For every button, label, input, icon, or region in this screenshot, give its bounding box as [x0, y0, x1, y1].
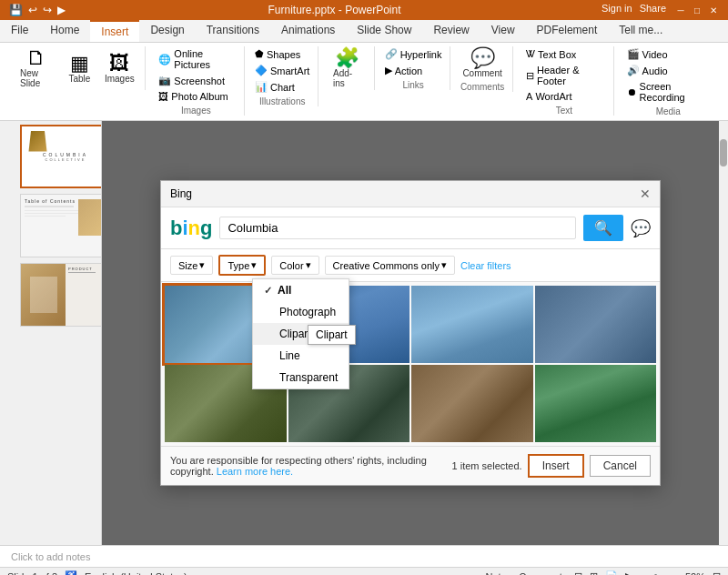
images-button[interactable]: 🖼 Images: [101, 52, 137, 86]
size-filter-button[interactable]: Size ▾: [170, 256, 213, 275]
video-icon: 🎬: [627, 48, 640, 60]
view-presenter-icon[interactable]: ▶: [625, 570, 632, 575]
textbox-button[interactable]: Ꮤ Text Box: [522, 46, 606, 62]
action-icon: ▶: [385, 65, 392, 76]
size-chevron-icon: ▾: [199, 259, 205, 271]
smartart-icon: 🔷: [255, 65, 268, 76]
tab-insert[interactable]: Insert: [90, 20, 139, 42]
chat-icon[interactable]: 💬: [631, 218, 651, 238]
slide-thumb-3[interactable]: PRODUCT: [20, 263, 102, 327]
window-controls: Sign in Share ─ □ ✕: [602, 3, 721, 17]
ribbon-group-text: Ꮤ Text Box ⊟ Header & Footer A WordArt T…: [515, 46, 614, 116]
view-slide-sorter-icon[interactable]: ⊞: [590, 570, 598, 575]
dropdown-item-line[interactable]: Line: [253, 345, 349, 367]
dialog-close-button[interactable]: ✕: [640, 187, 651, 201]
share-btn[interactable]: Share: [640, 3, 666, 17]
tab-view[interactable]: View: [480, 20, 526, 42]
notes-button[interactable]: Notes: [485, 571, 511, 576]
image-cell-4[interactable]: [535, 286, 657, 363]
online-pictures-button[interactable]: 🌐 Online Pictures: [155, 46, 237, 72]
tab-review[interactable]: Review: [422, 20, 480, 42]
present-button[interactable]: ▶: [56, 2, 67, 18]
comment-button[interactable]: 💬 Comment: [457, 46, 507, 80]
tab-transitions[interactable]: Transitions: [196, 20, 270, 42]
clipart-tooltip: Clipart: [308, 325, 356, 345]
hyperlink-icon: 🔗: [385, 48, 398, 60]
image-cell-7[interactable]: [411, 365, 533, 442]
tab-pdfelement[interactable]: PDFelement: [526, 20, 609, 42]
signin-link[interactable]: Sign in: [602, 3, 632, 17]
ribbon-group-illustrations: ⬟ Shapes 🔷 SmartArt 📊 Chart Illustration…: [247, 46, 318, 106]
dropdown-item-transparent[interactable]: Transparent: [253, 367, 349, 388]
comments-button[interactable]: Comments: [519, 571, 567, 576]
learn-more-link[interactable]: Learn more here.: [217, 466, 293, 477]
dropdown-transparent-label: Transparent: [279, 371, 338, 384]
creative-commons-filter-button[interactable]: Creative Commons only ▾: [325, 256, 455, 275]
search-input[interactable]: [228, 221, 568, 235]
color-filter-label: Color: [279, 260, 303, 271]
tab-animations[interactable]: Animations: [270, 20, 346, 42]
zoom-level: 52%: [685, 571, 705, 576]
view-normal-icon[interactable]: ⊡: [574, 570, 582, 575]
redo-button[interactable]: ↪: [41, 2, 54, 18]
cc-chevron-icon: ▾: [441, 259, 447, 271]
maximize-button[interactable]: □: [690, 3, 704, 17]
tab-slideshow[interactable]: Slide Show: [346, 20, 422, 42]
image-cell-3[interactable]: [411, 286, 533, 363]
search-button[interactable]: 🔍: [583, 215, 623, 241]
quick-access-toolbar: 💾 ↩ ↪ ▶: [7, 2, 67, 18]
save-button[interactable]: 💾: [7, 2, 25, 18]
new-slide-icon: 🗋: [26, 48, 46, 68]
screen-recording-button[interactable]: ⏺ Screen Recording: [623, 79, 713, 105]
audio-button[interactable]: 🔊 Audio: [623, 63, 713, 78]
addins-button[interactable]: 🧩 Add-ins: [328, 46, 367, 90]
title-bar: 💾 ↩ ↪ ▶ Furniture.pptx - PowerPoint Sign…: [0, 0, 728, 20]
video-button[interactable]: 🎬 Video: [623, 46, 713, 62]
table-button[interactable]: ▦ Table: [61, 52, 97, 86]
screenshot-icon: 📷: [158, 75, 171, 86]
notes-bar[interactable]: Click to add notes: [0, 545, 728, 567]
photo-album-button[interactable]: 🖼 Photo Album: [155, 89, 237, 104]
wordart-button[interactable]: A WordArt: [522, 89, 606, 104]
ribbon-group-links: 🔗 Hyperlink ▶ Action Links: [377, 46, 450, 90]
tab-file[interactable]: File: [0, 20, 39, 42]
dropdown-item-all[interactable]: ✓ All: [253, 279, 349, 301]
dropdown-item-photograph[interactable]: Photograph: [253, 301, 349, 323]
chart-icon: 📊: [255, 81, 268, 93]
tab-home[interactable]: Home: [39, 20, 90, 42]
vertical-scrollbar[interactable]: [719, 121, 728, 545]
main-area: 1 COLUMBIA COLLECTIVE 2 Table of Content…: [0, 121, 728, 545]
headerfooter-button[interactable]: ⊟ Header & Footer: [522, 63, 606, 88]
dropdown-item-clipart[interactable]: Clipart Clipart: [253, 323, 349, 345]
view-reading-icon[interactable]: 📄: [605, 570, 618, 575]
chart-button[interactable]: 📊 Chart: [251, 79, 313, 95]
type-filter-button[interactable]: Type ▾: [218, 255, 266, 276]
slide-thumb-2[interactable]: Table of Contents: [20, 194, 102, 257]
image-cell-8[interactable]: [535, 365, 657, 442]
close-button[interactable]: ✕: [706, 3, 721, 17]
smartart-button[interactable]: 🔷 SmartArt: [251, 63, 313, 78]
shapes-button[interactable]: ⬟ Shapes: [251, 46, 313, 62]
comment-icon: 💬: [470, 48, 495, 68]
minimize-button[interactable]: ─: [673, 3, 688, 17]
action-button[interactable]: ▶ Action: [381, 63, 446, 78]
scrollbar-thumb[interactable]: [720, 139, 727, 166]
color-filter-button[interactable]: Color ▾: [271, 256, 318, 275]
screenshot-button[interactable]: 📷 Screenshot: [155, 73, 237, 88]
tab-design[interactable]: Design: [139, 20, 195, 42]
slide-thumb-1[interactable]: COLUMBIA COLLECTIVE: [20, 125, 102, 188]
type-dropdown-menu: ✓ All Photograph Clipart Clipart: [252, 278, 349, 389]
cancel-button[interactable]: Cancel: [590, 455, 651, 477]
new-slide-button[interactable]: 🗋 New Slide: [15, 46, 57, 90]
clear-filters-link[interactable]: Clear filters: [460, 260, 511, 271]
screen-recording-icon: ⏺: [627, 86, 637, 97]
bing-search-bar: bing 🔍 💬: [161, 207, 660, 249]
fit-slide-icon[interactable]: ⊡: [713, 570, 721, 575]
insert-button[interactable]: Insert: [528, 454, 584, 478]
undo-button[interactable]: ↩: [26, 2, 39, 18]
ribbon-content: 🗋 New Slide ▦ Table 🖼 Images 🌐 Online Pi…: [0, 43, 728, 120]
hyperlink-button[interactable]: 🔗 Hyperlink: [381, 46, 446, 62]
slide-panel: 1 COLUMBIA COLLECTIVE 2 Table of Content…: [0, 121, 102, 545]
zoom-slider[interactable]: ━━●━━━: [640, 570, 678, 575]
tab-tellme[interactable]: Tell me...: [608, 20, 673, 42]
